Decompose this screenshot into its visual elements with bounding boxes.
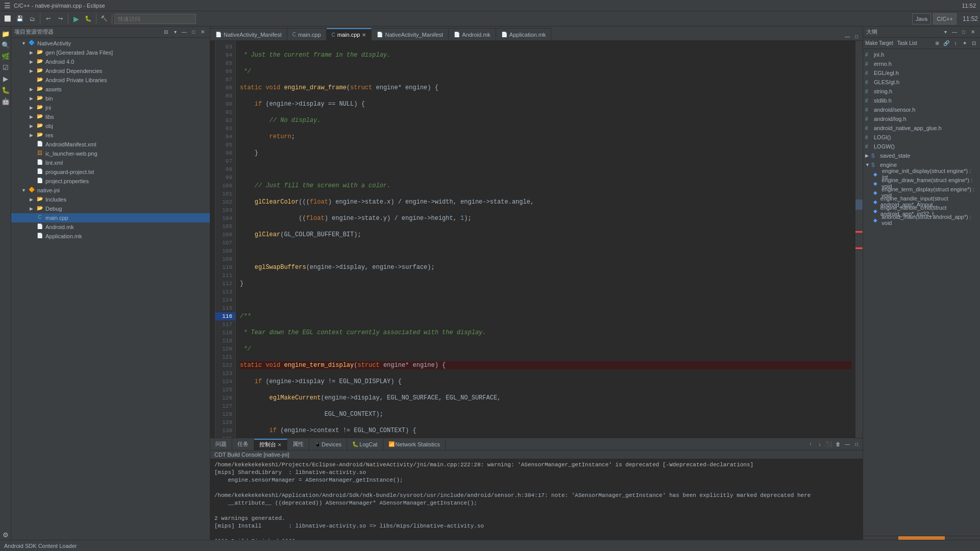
tab-application-mk[interactable]: 📄 Application.mk: [496, 28, 552, 40]
bottom-tab-logcat[interactable]: 🐛 LogCat: [347, 439, 383, 450]
search-input[interactable]: [114, 14, 196, 24]
bottom-tab-properties[interactable]: 属性: [287, 439, 309, 450]
outline-icon-btn4[interactable]: ✦: [961, 39, 969, 47]
bottom-tab-console[interactable]: 控制台 ✕: [254, 439, 287, 450]
tab-close-btn[interactable]: ✕: [362, 32, 366, 38]
tree-item-main-cpp[interactable]: ▶ C main.cpp: [11, 213, 210, 222]
console-up-btn[interactable]: ↑: [806, 440, 815, 448]
save-all-button[interactable]: 🗂: [27, 13, 38, 24]
tree-item-libs[interactable]: ▶ 📂 libs: [11, 112, 210, 121]
run-icon[interactable]: ▶: [1, 73, 11, 84]
sidebar-collapse-btn[interactable]: ⊟: [162, 28, 170, 36]
redo-button[interactable]: ↪: [55, 13, 66, 24]
outline-item-saved-state[interactable]: ▶ S saved_state: [863, 151, 980, 160]
outline-close-btn[interactable]: ✕: [969, 28, 977, 36]
outline-icon-btn5[interactable]: ⊡: [970, 39, 978, 47]
tree-item-android-mk[interactable]: ▶ 📄 Android.mk: [11, 222, 210, 232]
tree-item-projectprops[interactable]: ▶ 📄 project.properties: [11, 177, 210, 186]
debug-button[interactable]: 🐛: [83, 13, 94, 24]
sidebar-max-btn[interactable]: □: [189, 28, 198, 36]
tree-item-obj[interactable]: ▶ 📂 obj: [11, 121, 210, 131]
editor-scrollbar[interactable]: [855, 41, 863, 438]
undo-button[interactable]: ↩: [42, 13, 54, 24]
run-button[interactable]: ▶: [70, 13, 82, 24]
tree-item-nativeactivity[interactable]: ▼ 🔷 NativeActivity: [11, 39, 210, 48]
tree-item-includes[interactable]: ▶ 📂 Includes: [11, 195, 210, 204]
tree-item-assets[interactable]: ▶ 📂 assets: [11, 85, 210, 94]
console-stop-btn[interactable]: ⬛: [825, 440, 833, 448]
save-button[interactable]: 💾: [14, 13, 26, 24]
new-button[interactable]: ⬜: [2, 13, 13, 24]
outline-item-logi[interactable]: # LOGI(): [863, 133, 980, 142]
build-button[interactable]: 🔨: [99, 13, 110, 24]
outline-max-btn[interactable]: □: [960, 28, 968, 36]
package-explorer-icon[interactable]: 📁: [1, 29, 11, 39]
android-icon[interactable]: 🤖: [1, 96, 11, 106]
tree-item-debug[interactable]: ▶ 📂 Debug: [11, 204, 210, 213]
line-num: 95: [215, 141, 235, 149]
make-target-tab[interactable]: Make Target: [863, 38, 895, 48]
tree-item-native-jni[interactable]: ▼ 🔶 native-jni: [11, 186, 210, 195]
tree-item-application-mk[interactable]: ▶ 📄 Application.mk: [11, 232, 210, 241]
sidebar-min-btn[interactable]: —: [180, 28, 188, 36]
outline-icon-btn1[interactable]: ⊕: [933, 39, 941, 47]
tree-item-android-deps[interactable]: ▶ 📂 Android Dependencies: [11, 66, 210, 76]
tree-item-bin[interactable]: ▶ 📂 bin: [11, 94, 210, 103]
outline-item-eglh[interactable]: # EGL/egl.h: [863, 68, 980, 78]
cpp-perspective-btn[interactable]: C/C++: [933, 13, 957, 24]
tree-item-gen[interactable]: ▶ 📂 gen [Generated Java Files]: [11, 48, 210, 57]
console-close-icon[interactable]: ✕: [278, 442, 282, 447]
outline-item-logw[interactable]: # LOGW(): [863, 142, 980, 151]
tab-maximize-btn[interactable]: □: [852, 32, 861, 40]
code-line: if (engine->display != EGL_NO_DISPLAY) {: [240, 378, 851, 386]
code-line: glClearColor(((float) engine->state.x) /…: [240, 198, 851, 206]
scroll-thumb[interactable]: [855, 199, 863, 210]
tab-main-cpp-1[interactable]: C main.cpp: [287, 28, 327, 40]
console-maximize-btn[interactable]: □: [852, 440, 861, 448]
bottom-tab-network[interactable]: 📶 Network Statistics: [383, 439, 446, 450]
outline-item-stringh[interactable]: # string.h: [863, 87, 980, 96]
console-down-btn[interactable]: ↓: [816, 440, 824, 448]
outline-icon-btn2[interactable]: 🔗: [942, 39, 950, 47]
outline-item-stdlibh[interactable]: # stdlib.h: [863, 96, 980, 105]
tab-android-mk[interactable]: 📄 Android.mk: [449, 28, 496, 40]
outline-menu-btn[interactable]: ▾: [941, 28, 949, 36]
bottom-tab-devices[interactable]: 📱 Devices: [309, 439, 347, 450]
git-icon[interactable]: 🌿: [1, 51, 11, 61]
tree-item-androidmanifest[interactable]: ▶ 📄 AndroidManifest.xml: [11, 140, 210, 149]
tree-item-res[interactable]: ▶ 📂 res: [11, 131, 210, 140]
tab-nativeactivity-manifest-2[interactable]: 📄 NativeActivity_Manifest: [372, 28, 449, 40]
tab-main-cpp-2[interactable]: C main.cpp ✕: [327, 28, 372, 40]
java-perspective-btn[interactable]: Java: [912, 13, 931, 24]
outline-icon-btn3[interactable]: ↕: [951, 39, 960, 47]
tab-minimize-btn[interactable]: —: [843, 32, 851, 40]
sidebar-close-btn[interactable]: ✕: [199, 28, 207, 36]
tree-item-lint[interactable]: ▶ 📄 lint.xml: [11, 158, 210, 167]
task-list-tab[interactable]: Task List: [895, 38, 919, 48]
outline-item-logh[interactable]: # android/log.h: [863, 114, 980, 123]
outline-min-btn[interactable]: —: [950, 28, 959, 36]
outline-item-sensorh[interactable]: # android/sensor.h: [863, 105, 980, 114]
sidebar-menu-btn[interactable]: ▾: [171, 28, 179, 36]
tree-item-jni[interactable]: ▶ 📂 jni: [11, 103, 210, 112]
outline-item-glueh[interactable]: # android_native_app_glue.h: [863, 123, 980, 133]
outline-item-errnoh[interactable]: # errno.h: [863, 59, 980, 68]
bottom-tabs: 问题 任务 控制台 ✕ 属性 📱 Devices 🐛 L: [210, 438, 863, 450]
tree-item-android-private[interactable]: ▶ 📂 Android Private Libraries: [11, 76, 210, 85]
search-view-icon[interactable]: 🔍: [1, 40, 11, 50]
console-minimize-btn[interactable]: —: [843, 440, 851, 448]
tree-item-android40[interactable]: ▶ 📂 Android 4.0: [11, 57, 210, 66]
outline-item-glh[interactable]: # GLES/gl.h: [863, 78, 980, 87]
tree-item-launcher[interactable]: ▶ 🖼 ic_launcher-web.png: [11, 149, 210, 158]
bottom-tab-problems[interactable]: 问题: [210, 439, 232, 450]
main-layout: 📁 🔍 🌿 ☑ ▶ 🐛 🤖 ⚙ 项目资源管理器 ⊟ ▾ — □ ✕ ▼: [0, 27, 980, 540]
debug-icon[interactable]: 🐛: [1, 85, 11, 95]
outline-item-jnih[interactable]: # jni.h: [863, 50, 980, 59]
tree-item-proguard[interactable]: ▶ 📄 proguard-project.txt: [11, 167, 210, 177]
tasks-icon[interactable]: ☑: [1, 62, 11, 72]
bottom-tab-tasks[interactable]: 任务: [232, 439, 254, 450]
tab-nativeactivity-manifest-1[interactable]: 📄 NativeActivity_Manifest: [210, 28, 287, 40]
settings-icon[interactable]: ⚙: [1, 530, 11, 540]
code-content[interactable]: * Just the current frame in the display.…: [236, 41, 855, 438]
console-clear-btn[interactable]: 🗑: [834, 440, 842, 448]
